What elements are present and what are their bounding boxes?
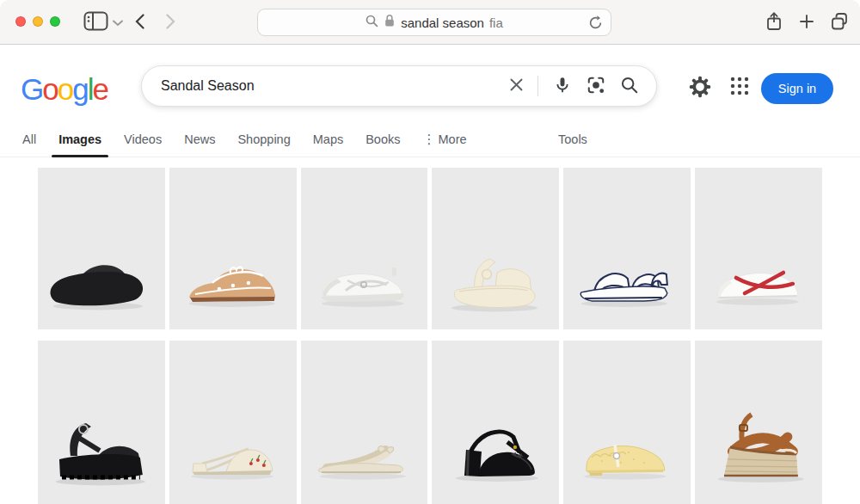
back-icon bbox=[135, 14, 144, 32]
image-result-black-slingback-heel[interactable] bbox=[432, 341, 559, 504]
sign-in-button[interactable]: Sign in bbox=[761, 73, 833, 104]
tools-button[interactable]: Tools bbox=[558, 121, 587, 157]
sidebar-icon bbox=[83, 11, 108, 34]
more-dots-icon: ⋮ bbox=[423, 121, 436, 157]
google-logo[interactable]: Google bbox=[21, 72, 108, 107]
search-icon bbox=[620, 76, 639, 97]
logo-letter: e bbox=[92, 72, 107, 106]
tab-maps[interactable]: Maps bbox=[313, 121, 343, 157]
close-icon bbox=[510, 78, 523, 94]
minimize-window-button[interactable] bbox=[33, 16, 43, 27]
back-button[interactable] bbox=[132, 13, 146, 32]
sidebar-menu-chevron[interactable] bbox=[112, 17, 124, 28]
tab-videos[interactable]: Videos bbox=[124, 121, 162, 157]
url-completion-text: fia bbox=[489, 15, 503, 30]
image-result-cream-platform-sandal[interactable] bbox=[432, 168, 559, 329]
image-result-black-platform-ankle-sandal[interactable] bbox=[38, 341, 165, 504]
chevron-down-icon bbox=[113, 16, 123, 29]
image-result-white-mary-jane[interactable] bbox=[301, 168, 428, 329]
image-result-white-flat-red-strap[interactable] bbox=[695, 168, 822, 329]
tab-more[interactable]: ⋮ More bbox=[423, 121, 467, 157]
search-input[interactable] bbox=[142, 78, 510, 94]
apps-grid-icon bbox=[729, 76, 750, 99]
sidebar-button[interactable] bbox=[82, 12, 109, 33]
share-button[interactable] bbox=[764, 11, 784, 34]
google-lens-icon bbox=[587, 76, 605, 97]
share-icon bbox=[765, 11, 783, 34]
zoom-window-button[interactable] bbox=[50, 16, 60, 27]
search-divider bbox=[538, 76, 538, 96]
browser-toolbar: sandal season fia bbox=[0, 0, 860, 45]
address-bar[interactable]: sandal season fia bbox=[257, 9, 611, 36]
more-label: More bbox=[439, 121, 467, 157]
forward-icon bbox=[166, 14, 175, 32]
lock-icon bbox=[384, 14, 396, 31]
result-tabs: All Images Videos News Shopping Maps Boo… bbox=[0, 121, 860, 157]
traffic-lights bbox=[15, 16, 60, 27]
reload-icon bbox=[588, 15, 603, 33]
clear-search-button[interactable] bbox=[510, 78, 523, 94]
image-result-linen-thong-sandal[interactable] bbox=[301, 341, 428, 504]
tab-news[interactable]: News bbox=[184, 121, 215, 157]
voice-search-button[interactable] bbox=[553, 76, 572, 97]
image-result-yellow-lace-flat[interactable] bbox=[563, 341, 691, 504]
logo-letter: o bbox=[42, 72, 57, 106]
search-box bbox=[141, 65, 657, 107]
reload-button[interactable] bbox=[588, 15, 603, 33]
tab-all[interactable]: All bbox=[22, 121, 36, 157]
search-icon bbox=[366, 15, 378, 31]
close-window-button[interactable] bbox=[15, 16, 26, 27]
tabs-overview-icon bbox=[830, 12, 849, 34]
gear-icon bbox=[689, 76, 711, 101]
new-tab-button[interactable] bbox=[799, 15, 814, 30]
microphone-icon bbox=[553, 76, 572, 97]
settings-button[interactable] bbox=[689, 76, 711, 101]
image-result-white-navy-sport-sandal[interactable] bbox=[563, 168, 691, 329]
image-result-woven-boat-mule[interactable] bbox=[169, 168, 297, 329]
logo-letter: o bbox=[58, 72, 72, 106]
plus-icon bbox=[800, 15, 814, 31]
google-images-page: Google bbox=[0, 46, 860, 504]
logo-letter: g bbox=[72, 72, 87, 106]
image-result-cherry-embroidered-mule[interactable] bbox=[169, 341, 297, 504]
tab-shopping[interactable]: Shopping bbox=[237, 121, 290, 157]
image-result-black-platform-slide[interactable] bbox=[38, 168, 165, 329]
logo-letter: G bbox=[21, 72, 42, 106]
forward-button[interactable] bbox=[163, 13, 177, 32]
lens-search-button[interactable] bbox=[587, 76, 605, 97]
image-results-grid bbox=[38, 168, 822, 504]
safari-window: sandal season fia Google bbox=[0, 0, 860, 504]
tab-images[interactable]: Images bbox=[58, 121, 101, 157]
search-submit-button[interactable] bbox=[620, 76, 639, 97]
google-apps-button[interactable] bbox=[729, 76, 750, 99]
tab-books[interactable]: Books bbox=[366, 121, 400, 157]
tab-overview-button[interactable] bbox=[829, 12, 850, 33]
url-query-text: sandal season bbox=[401, 15, 484, 30]
image-result-tan-espadrille-wedge[interactable] bbox=[695, 341, 822, 504]
